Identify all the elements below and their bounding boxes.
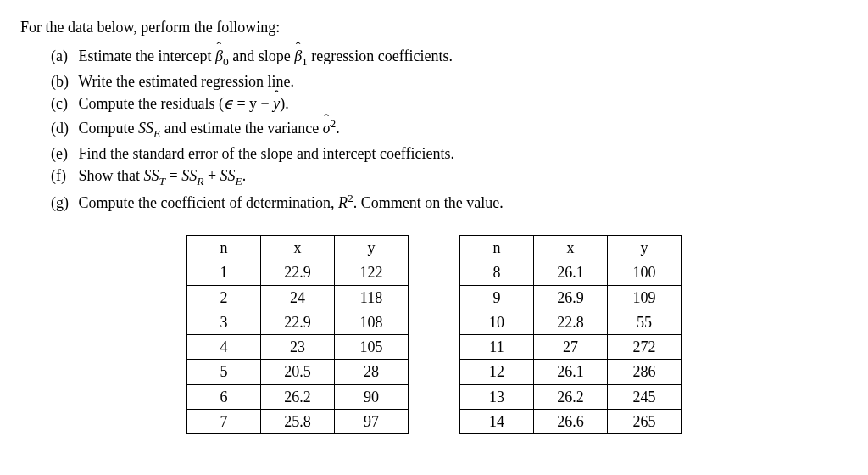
- beta1-sub: 1: [302, 55, 308, 68]
- cell-n: 5: [187, 360, 261, 384]
- table-header-row: n x y: [187, 235, 409, 260]
- table-row: 725.897: [187, 410, 409, 434]
- table-row: 626.290: [187, 384, 409, 409]
- part-a-label: (a): [51, 46, 75, 66]
- data-tables: n x y 122.9122224118322.9108423105520.52…: [20, 235, 848, 434]
- col-x: x: [261, 235, 335, 260]
- cell-x: 22.8: [534, 310, 608, 334]
- cell-y: 272: [608, 335, 682, 360]
- part-f: (f) Show that SST = SSR + SSE.: [51, 165, 848, 189]
- cell-x: 26.9: [534, 285, 608, 310]
- part-g-label: (g): [51, 193, 75, 213]
- ss-d-sub: E: [153, 126, 160, 139]
- table-row: 1326.2245: [460, 384, 682, 409]
- cell-y: 97: [335, 410, 409, 434]
- ss-d: SS: [138, 120, 153, 137]
- table-row: 826.1100: [460, 260, 682, 285]
- part-e-text: Find the standard error of the slope and…: [79, 145, 455, 162]
- cell-n: 8: [460, 260, 534, 285]
- part-f-text-2: .: [242, 167, 247, 184]
- problem-prompt: For the data below, perform the followin…: [20, 17, 848, 37]
- cell-n: 4: [187, 335, 261, 360]
- cell-n: 14: [460, 410, 534, 434]
- cell-n: 12: [460, 360, 534, 384]
- table-row: 1426.6265: [460, 410, 682, 434]
- cell-x: 26.2: [261, 384, 335, 409]
- ss-r: SS: [181, 167, 197, 184]
- beta0-hat: β: [215, 46, 223, 66]
- cell-n: 9: [460, 285, 534, 310]
- cell-x: 24: [261, 285, 335, 310]
- table-row: 122.9122: [187, 260, 409, 285]
- cell-x: 22.9: [261, 260, 335, 285]
- col-x: x: [534, 235, 608, 260]
- cell-x: 26.1: [534, 260, 608, 285]
- col-n: n: [460, 235, 534, 260]
- cell-y: 108: [335, 310, 409, 334]
- part-c-eq: = y −: [233, 95, 273, 112]
- cell-x: 22.9: [261, 310, 335, 334]
- ss-e-sub: E: [236, 174, 242, 187]
- col-y: y: [335, 235, 409, 260]
- part-b: (b) Write the estimated regression line.: [51, 71, 848, 92]
- sigma-hat: σ: [323, 118, 331, 138]
- part-f-eq: =: [165, 167, 181, 184]
- beta1-hat: β: [294, 46, 302, 66]
- cell-y: 122: [335, 260, 409, 285]
- part-d: (d) Compute SSE and estimate the varianc…: [51, 116, 848, 142]
- cell-y: 90: [335, 384, 409, 409]
- table-row: 322.9108: [187, 310, 409, 334]
- table-header-row: n x y: [460, 235, 682, 260]
- col-n: n: [187, 235, 261, 260]
- cell-x: 26.6: [534, 410, 608, 434]
- table-row: 1226.1286: [460, 360, 682, 384]
- cell-x: 25.8: [261, 410, 335, 434]
- cell-y: 105: [335, 335, 409, 360]
- part-c: (c) Compute the residuals (ϵ = y − y).: [51, 93, 848, 114]
- cell-y: 286: [608, 360, 682, 384]
- data-table-right: n x y 826.1100926.91091022.8551127272122…: [459, 235, 682, 434]
- data-table-left: n x y 122.9122224118322.9108423105520.52…: [186, 235, 409, 434]
- part-f-plus: +: [203, 167, 220, 184]
- part-f-text-1: Show that: [79, 167, 144, 184]
- part-f-label: (f): [51, 165, 75, 186]
- part-d-text-2: and estimate the variance: [160, 120, 322, 137]
- cell-n: 10: [460, 310, 534, 334]
- cell-x: 27: [534, 335, 608, 360]
- part-g-text-1: Compute the coefficient of determination…: [79, 194, 339, 211]
- part-g-text-2: . Comment on the value.: [353, 194, 504, 211]
- cell-y: 118: [335, 285, 409, 310]
- part-b-text: Write the estimated regression line.: [78, 73, 294, 90]
- part-a-text-2: and slope: [229, 48, 294, 64]
- ss-t: SS: [144, 167, 159, 184]
- cell-n: 3: [187, 310, 261, 334]
- part-a-text-3: regression coefficients.: [308, 48, 453, 64]
- ss-e: SS: [220, 167, 236, 184]
- part-c-label: (c): [51, 93, 75, 114]
- col-y: y: [608, 235, 682, 260]
- cell-y: 265: [608, 410, 682, 434]
- part-d-text-3: .: [336, 120, 340, 137]
- cell-n: 7: [187, 410, 261, 434]
- epsilon: ϵ: [224, 95, 233, 112]
- cell-n: 11: [460, 335, 534, 360]
- part-a: (a) Estimate the intercept β0 and slope …: [51, 46, 848, 70]
- cell-y: 109: [608, 285, 682, 310]
- table-row: 423105: [187, 335, 409, 360]
- part-g: (g) Compute the coefficient of determina…: [51, 191, 848, 213]
- cell-x: 26.2: [534, 384, 608, 409]
- part-d-text-1: Compute: [79, 120, 139, 137]
- y-hat: y: [273, 93, 280, 114]
- table-row: 520.528: [187, 360, 409, 384]
- cell-n: 1: [187, 260, 261, 285]
- cell-y: 245: [608, 384, 682, 409]
- cell-y: 55: [608, 310, 682, 334]
- cell-x: 23: [261, 335, 335, 360]
- part-a-text-1: Estimate the intercept: [79, 48, 215, 64]
- cell-y: 100: [608, 260, 682, 285]
- part-e-label: (e): [51, 143, 75, 164]
- part-b-label: (b): [51, 71, 75, 92]
- cell-n: 2: [187, 285, 261, 310]
- part-c-text-2: ).: [280, 95, 289, 112]
- table-row: 1127272: [460, 335, 682, 360]
